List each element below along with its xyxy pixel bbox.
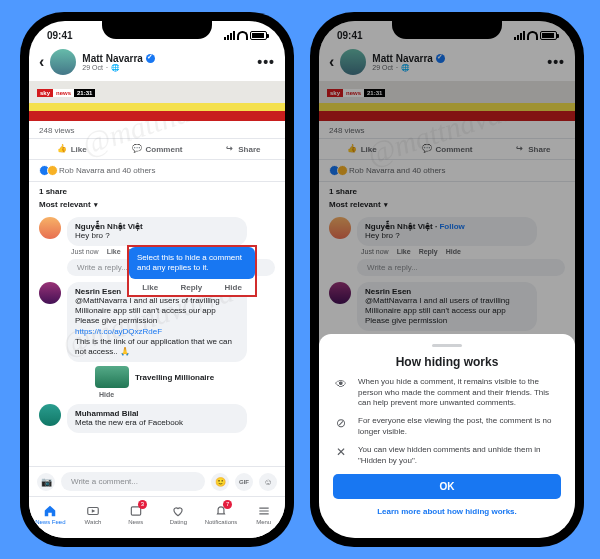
tab-notifications[interactable]: Notifications7 [200, 497, 243, 532]
tooltip-hide[interactable]: Hide [225, 283, 242, 292]
share-button[interactable]: ↪Share [200, 139, 285, 159]
commenter-name: Nguyễn Nhật Việt [75, 222, 239, 231]
share-count[interactable]: 1 share [29, 182, 285, 198]
back-button[interactable]: ‹ [39, 53, 44, 71]
badge: 3 [138, 500, 147, 509]
notch [102, 21, 212, 39]
comment-link[interactable]: https://t.co/ayDQxzRdeF [75, 327, 162, 336]
notch [392, 21, 502, 39]
comment-bubble[interactable]: Muhammad Bilal Meta the new era of Faceb… [67, 404, 247, 433]
commenter-avatar[interactable] [39, 404, 61, 426]
battery-icon [250, 31, 267, 40]
post-header: ‹ Matt Navarra 29 Oct · 🌐 ••• [29, 45, 285, 81]
action-row: 👍Like 💬Comment ↪Share [29, 138, 285, 160]
tooltip-like[interactable]: Like [142, 283, 158, 292]
post-date: 29 Oct [82, 64, 103, 71]
eye-icon: 👁 [333, 377, 349, 408]
tab-bar: News Feed Watch News3 Dating Notificatio… [29, 496, 285, 538]
tab-menu[interactable]: Menu [242, 497, 285, 532]
comment-composer: 📷 Write a comment... 🙂 GIF ☺ [29, 466, 285, 496]
like-icon: 👍 [57, 144, 67, 154]
more-button[interactable]: ••• [257, 54, 275, 70]
sheet-line: For everyone else viewing the post, the … [358, 416, 561, 437]
badge: 7 [223, 500, 232, 509]
camera-icon[interactable]: 📷 [37, 473, 55, 491]
comment-text: Meta the new era of Facebook [75, 418, 239, 428]
author-name[interactable]: Matt Navarra [82, 53, 143, 64]
sheet-line: When you hide a comment, it remains visi… [358, 377, 561, 408]
sort-dropdown[interactable]: Most relevant▾ [29, 198, 285, 214]
close-icon: ✕ [333, 445, 349, 466]
tooltip-reply[interactable]: Reply [180, 283, 202, 292]
watch-icon [86, 504, 100, 518]
comment-hide[interactable]: Hide [99, 391, 275, 398]
compose-input[interactable]: Write a comment... [61, 472, 205, 491]
reaction-haha-icon [47, 165, 58, 176]
tab-watch[interactable]: Watch [72, 497, 115, 532]
wifi-icon [237, 31, 248, 40]
view-count: 248 views [29, 121, 285, 138]
house-icon [43, 504, 57, 518]
comment-time: Just now [71, 248, 99, 255]
sheet-line: You can view hidden comments and unhide … [358, 445, 561, 466]
comment-item: Muhammad Bilal Meta the new era of Faceb… [29, 401, 285, 436]
comment-text: This is the link of our application that… [75, 337, 239, 357]
share-icon: ↪ [224, 144, 234, 154]
commenter-name: Muhammad Bilal [75, 409, 239, 418]
reactions-text: Rob Navarra and 40 others [59, 166, 156, 175]
status-time: 09:41 [47, 30, 73, 41]
reactions-row[interactable]: Rob Navarra and 40 others [29, 160, 285, 182]
phone-left: @mattnavarra @mattnavarra 09:41 ‹ [20, 12, 294, 547]
sky-news-chyron: skynews21:31 [37, 89, 95, 97]
comment-text: Hey bro ? [75, 231, 239, 241]
sticker-icon[interactable]: ☺ [259, 473, 277, 491]
comment-text: @MattNavarra I and all users of travilli… [75, 296, 239, 326]
tooltip-text: Select this to hide a comment and any re… [129, 247, 255, 279]
comment-button[interactable]: 💬Comment [114, 139, 199, 159]
comment-item: Nesrin Esen @MattNavarra I and all users… [29, 279, 285, 401]
commenter-avatar[interactable] [39, 217, 61, 239]
avatar-icon[interactable]: 🙂 [211, 473, 229, 491]
hiding-sheet: How hiding works 👁When you hide a commen… [319, 334, 575, 538]
comment-like[interactable]: Like [107, 248, 121, 255]
globe-icon: 🌐 [111, 64, 120, 72]
like-button[interactable]: 👍Like [29, 139, 114, 159]
author-avatar[interactable] [50, 49, 76, 75]
ok-button[interactable]: OK [333, 474, 561, 499]
gif-icon[interactable]: GIF [235, 473, 253, 491]
tab-feed[interactable]: News Feed [29, 497, 72, 532]
sheet-grabber[interactable] [432, 344, 462, 347]
sheet-title: How hiding works [333, 355, 561, 369]
learn-more-link[interactable]: Learn more about how hiding works. [333, 507, 561, 516]
heart-icon [171, 504, 185, 518]
menu-icon [257, 504, 271, 518]
comment-icon: 💬 [132, 144, 142, 154]
commenter-avatar[interactable] [39, 282, 61, 304]
verified-icon [146, 54, 155, 63]
signal-icon [224, 31, 235, 40]
tab-dating[interactable]: Dating [157, 497, 200, 532]
hide-tooltip: Select this to hide a comment and any re… [127, 245, 257, 297]
comment-bubble[interactable]: Nguyễn Nhật Việt Hey bro ? [67, 217, 247, 246]
preview-title: Travelling Millionaire [135, 373, 214, 382]
phone-right: @mattnavarra 09:41 ‹ Matt Navarra 29 Oct… [310, 12, 584, 547]
chevron-down-icon: ▾ [94, 201, 98, 209]
link-preview[interactable]: Travelling Millionaire [95, 366, 275, 388]
eye-off-icon: ⊘ [333, 416, 349, 437]
post-media[interactable]: skynews21:31 [29, 81, 285, 121]
preview-thumb [95, 366, 129, 388]
tab-news[interactable]: News3 [114, 497, 157, 532]
